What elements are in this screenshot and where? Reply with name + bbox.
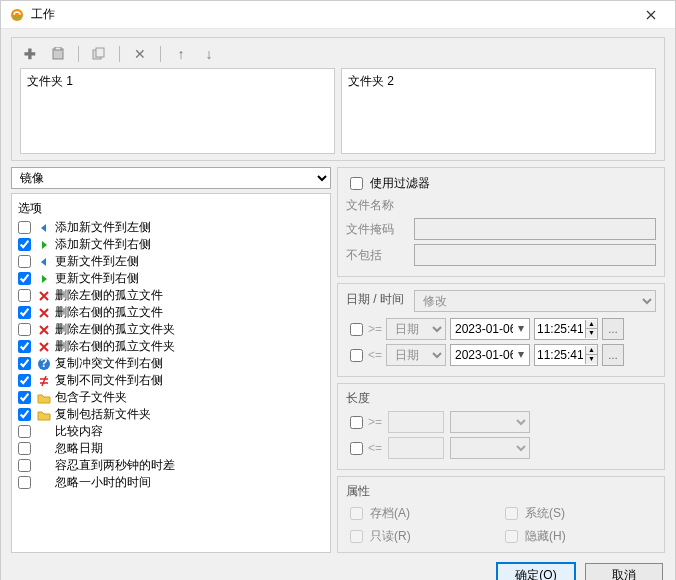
option-label: 忽略一小时的时间 xyxy=(55,474,151,491)
length-le-unit-select[interactable] xyxy=(450,437,530,459)
dialog-footer: 确定(O) 取消 xyxy=(1,563,675,580)
attr-system-checkbox[interactable] xyxy=(505,507,518,520)
option-label: 复制冲突文件到右侧 xyxy=(55,355,163,372)
attr-hidden-checkbox[interactable] xyxy=(505,530,518,543)
copy-icon[interactable] xyxy=(89,44,109,64)
option-row[interactable]: 更新文件到左侧 xyxy=(16,253,326,270)
option-checkbox[interactable] xyxy=(18,289,31,302)
option-row[interactable]: 更新文件到右侧 xyxy=(16,270,326,287)
datetime-mode-select[interactable]: 修改 xyxy=(414,290,656,312)
add-icon[interactable]: ✚ xyxy=(20,44,40,64)
options-header: 选项 xyxy=(16,198,326,219)
option-checkbox[interactable] xyxy=(18,408,31,421)
date-le-checkbox[interactable] xyxy=(350,349,363,362)
right-column: 使用过滤器 文件名称 文件掩码 不包括 日期 / 时间 xyxy=(337,167,665,553)
date-le-input[interactable] xyxy=(450,344,530,366)
option-checkbox[interactable] xyxy=(18,340,31,353)
option-label: 更新文件到右侧 xyxy=(55,270,139,287)
option-row[interactable]: 比较内容 xyxy=(16,423,326,440)
option-checkbox[interactable] xyxy=(18,221,31,234)
date-ge-type-select[interactable]: 日期 xyxy=(386,318,446,340)
option-row[interactable]: 添加新文件到左侧 xyxy=(16,219,326,236)
toolbar-panel: ✚ ✕ ↑ ↓ 文件夹 1 文件夹 2 xyxy=(11,37,665,161)
option-checkbox[interactable] xyxy=(18,476,31,489)
mask-input[interactable] xyxy=(414,218,656,240)
option-row[interactable]: 删除右侧的孤立文件夹 xyxy=(16,338,326,355)
option-row[interactable]: 容忍直到两秒钟的时差 xyxy=(16,457,326,474)
date-ge-input[interactable] xyxy=(450,318,530,340)
option-row[interactable]: 忽略日期 xyxy=(16,440,326,457)
attr-archive-checkbox[interactable] xyxy=(350,507,363,520)
mode-select[interactable]: 镜像 xyxy=(11,167,331,189)
delete-icon[interactable]: ✕ xyxy=(130,44,150,64)
move-down-icon[interactable]: ↓ xyxy=(199,44,219,64)
option-checkbox[interactable] xyxy=(18,442,31,455)
filename-label: 文件名称 xyxy=(346,197,656,214)
cancel-button[interactable]: 取消 xyxy=(585,563,663,580)
app-icon xyxy=(9,7,25,23)
length-ge-unit-select[interactable] xyxy=(450,411,530,433)
option-checkbox[interactable] xyxy=(18,374,31,387)
blank-icon xyxy=(37,476,51,490)
delete-red-icon xyxy=(37,323,51,337)
datetime-panel: 日期 / 时间 修改 >= 日期 ▲▼ … xyxy=(337,283,665,377)
delete-red-icon xyxy=(37,306,51,320)
time-le-input[interactable]: ▲▼ xyxy=(534,344,598,366)
folder-panes: 文件夹 1 文件夹 2 xyxy=(20,68,656,154)
option-checkbox[interactable] xyxy=(18,272,31,285)
option-label: 容忍直到两秒钟的时差 xyxy=(55,457,175,474)
folder-2-label: 文件夹 2 xyxy=(348,74,394,88)
option-row[interactable]: 删除左侧的孤立文件夹 xyxy=(16,321,326,338)
option-checkbox[interactable] xyxy=(18,255,31,268)
option-checkbox[interactable] xyxy=(18,357,31,370)
date-ge-checkbox[interactable] xyxy=(350,323,363,336)
length-le-checkbox[interactable] xyxy=(350,442,363,455)
option-checkbox[interactable] xyxy=(18,391,31,404)
use-filter-checkbox[interactable] xyxy=(350,177,363,190)
notequal-red-icon xyxy=(37,374,51,388)
length-ge-checkbox[interactable] xyxy=(350,416,363,429)
option-row[interactable]: 添加新文件到右侧 xyxy=(16,236,326,253)
option-row[interactable]: 忽略一小时的时间 xyxy=(16,474,326,491)
option-row[interactable]: 复制包括新文件夹 xyxy=(16,406,326,423)
folder-pane-1[interactable]: 文件夹 1 xyxy=(20,68,335,154)
option-checkbox[interactable] xyxy=(18,238,31,251)
content-area: ✚ ✕ ↑ ↓ 文件夹 1 文件夹 2 xyxy=(1,29,675,563)
option-checkbox[interactable] xyxy=(18,459,31,472)
arrow-left-blue-icon xyxy=(37,255,51,269)
date-ge-row: >= 日期 ▲▼ … xyxy=(346,318,656,340)
option-row[interactable]: 删除左侧的孤立文件 xyxy=(16,287,326,304)
move-up-icon[interactable]: ↑ xyxy=(171,44,191,64)
date-ge-picker-button[interactable]: … xyxy=(602,318,624,340)
folder-yellow-icon xyxy=(37,391,51,405)
toolbar-separator xyxy=(119,46,120,62)
option-label: 删除右侧的孤立文件 xyxy=(55,304,163,321)
ok-button[interactable]: 确定(O) xyxy=(497,563,575,580)
exclude-input[interactable] xyxy=(414,244,656,266)
length-ge-input[interactable] xyxy=(388,411,444,433)
option-checkbox[interactable] xyxy=(18,425,31,438)
exclude-label: 不包括 xyxy=(346,247,406,264)
folder-yellow-icon xyxy=(37,408,51,422)
option-checkbox[interactable] xyxy=(18,323,31,336)
option-row[interactable]: ?复制冲突文件到右侧 xyxy=(16,355,326,372)
paste-icon[interactable] xyxy=(48,44,68,64)
question-blue-icon: ? xyxy=(37,357,51,371)
close-button[interactable] xyxy=(635,1,667,29)
option-label: 更新文件到左侧 xyxy=(55,253,139,270)
option-label: 复制不同文件到右侧 xyxy=(55,372,163,389)
option-row[interactable]: 删除右侧的孤立文件 xyxy=(16,304,326,321)
date-le-picker-button[interactable]: … xyxy=(602,344,624,366)
option-row[interactable]: 包含子文件夹 xyxy=(16,389,326,406)
folder-pane-2[interactable]: 文件夹 2 xyxy=(341,68,656,154)
date-le-type-select[interactable]: 日期 xyxy=(386,344,446,366)
time-ge-input[interactable]: ▲▼ xyxy=(534,318,598,340)
options-listbox[interactable]: 选项 添加新文件到左侧添加新文件到右侧更新文件到左侧更新文件到右侧删除左侧的孤立… xyxy=(11,193,331,553)
attr-readonly-checkbox[interactable] xyxy=(350,530,363,543)
option-row[interactable]: 复制不同文件到右侧 xyxy=(16,372,326,389)
toolbar-separator xyxy=(160,46,161,62)
svg-rect-2 xyxy=(55,47,61,50)
datetime-header: 日期 / 时间 xyxy=(346,291,404,308)
length-le-input[interactable] xyxy=(388,437,444,459)
option-checkbox[interactable] xyxy=(18,306,31,319)
